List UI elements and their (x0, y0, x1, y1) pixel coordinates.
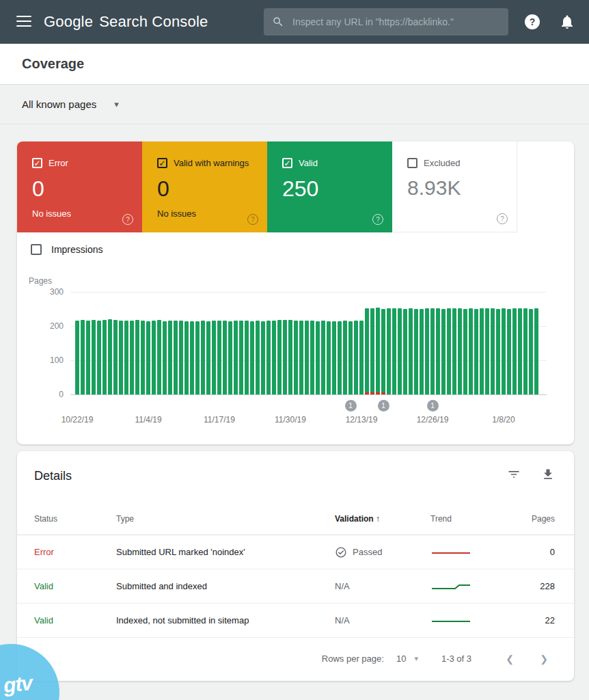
chart-bar (447, 308, 451, 394)
chart-bar (414, 309, 418, 394)
excluded-checkbox-icon[interactable] (407, 158, 417, 168)
chart-bar (81, 320, 85, 394)
notifications-bell-icon[interactable] (559, 14, 575, 30)
logo-search-console: Search Console (99, 13, 208, 31)
card-excluded[interactable]: Excluded 8.93K ? (392, 142, 517, 232)
row-type: Submitted and indexed (116, 581, 335, 591)
chart-bar (354, 321, 358, 394)
help-circle-icon[interactable]: ? (497, 213, 508, 224)
download-icon[interactable] (541, 468, 555, 484)
card-valid-with-warnings[interactable]: ✓ Valid with warnings 0 No issues ? (142, 142, 267, 232)
status-cards-row: ✓ Error 0 No issues ? ✓ Valid with warni… (17, 142, 574, 232)
chart-bar (141, 321, 145, 394)
chart-bar (441, 309, 446, 394)
column-header-pages[interactable]: Pages (530, 514, 555, 524)
chart-bar (92, 320, 96, 394)
page-scope-dropdown[interactable]: All known pages ▾ (22, 98, 119, 110)
chart-bar (359, 321, 364, 394)
card-excluded-value: 8.93K (407, 176, 517, 200)
rows-per-page-dropdown[interactable]: 10 ▾ (396, 654, 418, 664)
trend-sparkline (430, 581, 471, 592)
chart-bar (277, 320, 282, 394)
chart-bar (469, 308, 473, 394)
chart-bar (365, 308, 369, 394)
x-axis-tick: 12/13/19 (338, 415, 385, 425)
chart-bar (343, 321, 347, 394)
chart-bar (266, 321, 271, 394)
row-status: Valid (34, 581, 116, 591)
column-header-type[interactable]: Type (116, 514, 335, 524)
chart-bar (119, 321, 123, 394)
card-error[interactable]: ✓ Error 0 No issues ? (17, 142, 142, 232)
chart-bar (184, 321, 189, 394)
details-panel: Details Status Type Validation ↑ Trend P… (17, 451, 574, 681)
chevron-down-icon: ▾ (414, 654, 418, 663)
chart-bar (398, 308, 402, 394)
help-circle-icon[interactable]: ? (122, 214, 133, 225)
error-checkbox-icon[interactable]: ✓ (32, 158, 42, 168)
row-type: Submitted URL marked 'noindex' (116, 547, 335, 557)
column-header-validation[interactable]: Validation ↑ (335, 514, 430, 524)
chart-bar (463, 309, 467, 394)
chart-bar (228, 321, 232, 394)
chart-bar (190, 321, 194, 394)
logo-google: Google (44, 13, 93, 31)
chart-bar (250, 321, 254, 394)
chart-bar (409, 308, 413, 394)
x-axis-tick: 11/30/19 (266, 415, 314, 425)
error-mark (381, 392, 385, 394)
row-pages: 22 (530, 615, 555, 625)
trend-sparkline (430, 615, 471, 626)
warnings-checkbox-icon[interactable]: ✓ (157, 158, 167, 168)
chart-bar (392, 308, 396, 394)
help-icon[interactable]: ? (525, 14, 540, 29)
card-warnings-label: Valid with warnings (174, 158, 249, 168)
filter-icon[interactable] (507, 468, 521, 484)
search-input[interactable] (292, 16, 500, 27)
scope-dropdown-label: All known pages (22, 98, 96, 110)
chart-bar (502, 308, 506, 394)
chart-bar (321, 321, 325, 394)
x-axis-tick: 12/26/19 (409, 415, 456, 425)
search-console-coverage-page: Google Search Console ? Coverage All kno… (0, 0, 589, 700)
chart-bar (163, 321, 167, 394)
gridline (70, 292, 547, 293)
app-logo[interactable]: Google Search Console (44, 0, 208, 44)
chart-bar (206, 321, 210, 394)
chart-bar (256, 321, 260, 394)
chart-bar (485, 308, 489, 394)
help-circle-icon[interactable]: ? (372, 214, 383, 225)
y-axis-tick: 100 (17, 355, 64, 365)
gridline (70, 394, 547, 395)
gridline (70, 360, 547, 361)
column-header-trend[interactable]: Trend (430, 514, 530, 524)
table-row-indexed-not-in-sitemap[interactable]: Valid Indexed, not submitted in sitemap … (17, 604, 574, 638)
valid-checkbox-icon[interactable]: ✓ (282, 158, 292, 168)
chart-bar (332, 321, 336, 394)
x-axis-tick: 10/22/19 (53, 415, 101, 425)
chart-bar (327, 321, 331, 394)
card-valid[interactable]: ✓ Valid 250 ? (267, 142, 392, 232)
chart-bar (261, 321, 265, 394)
chart-bar (338, 321, 342, 394)
chart-bar (212, 321, 216, 394)
column-header-status[interactable]: Status (34, 514, 116, 524)
table-row-error-noindex[interactable]: Error Submitted URL marked 'noindex' Pas… (17, 535, 574, 569)
help-circle-icon[interactable]: ? (247, 214, 258, 225)
chart-bar (157, 320, 161, 394)
menu-icon[interactable] (16, 16, 31, 27)
chart-bar (97, 321, 101, 394)
chart-bar (288, 320, 292, 394)
impressions-label: Impressions (51, 244, 102, 255)
card-warnings-value: 0 (157, 176, 267, 202)
impressions-checkbox[interactable] (31, 244, 42, 255)
row-pages: 228 (530, 581, 555, 591)
error-mark (370, 392, 374, 394)
gridline (70, 326, 547, 327)
previous-page-icon[interactable]: ❮ (502, 654, 518, 664)
next-page-icon[interactable]: ❯ (536, 654, 552, 664)
table-row-submitted-indexed[interactable]: Valid Submitted and indexed N/A 228 (17, 569, 574, 604)
chart-bar (168, 321, 172, 394)
row-validation: N/A (335, 581, 350, 591)
url-inspect-searchbox[interactable] (264, 8, 508, 36)
